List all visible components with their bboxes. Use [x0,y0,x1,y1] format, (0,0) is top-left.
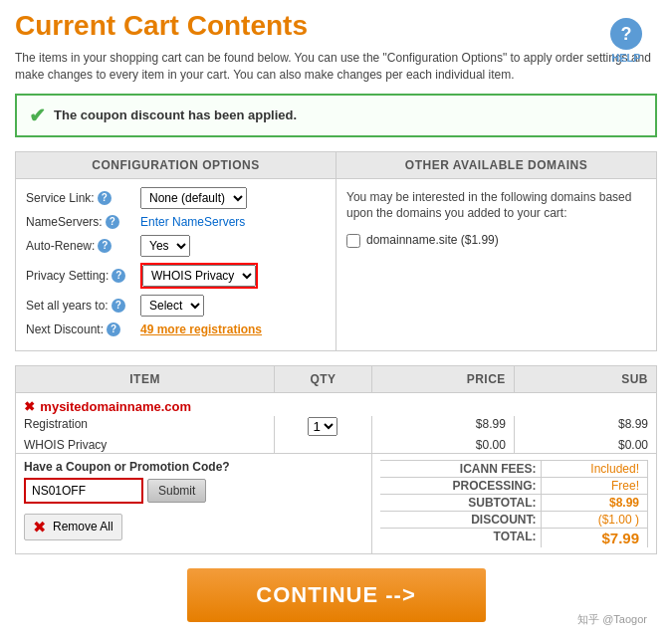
coupon-input-section: Have a Coupon or Promotion Code? Submit [24,460,363,504]
coupon-cell: Have a Coupon or Promotion Code? Submit … [16,453,372,553]
fee-label-subtotal: SUBTOTAL: [380,494,541,511]
page-title: Current Cart Contents [15,10,308,42]
next-discount-help-icon[interactable]: ? [107,322,120,336]
coupon-code-input[interactable] [24,478,143,504]
col-sub: SUB [514,365,656,392]
service-link-value[interactable]: None (default) [140,187,326,209]
fee-val-total: $7.99 [541,528,648,547]
privacy-setting-label: Privacy Setting: ? [26,269,140,283]
remove-all-icon: ✖ [33,518,46,536]
continue-button[interactable]: CONTINUE --> [187,568,486,622]
domain-option-label: domainname.site ($1.99) [366,232,499,249]
fee-label-processing: PROCESSING: [380,477,541,494]
whois-sub: $0.00 [514,437,656,454]
intro-text: The items in your shopping cart can be f… [15,50,657,84]
col-price: PRICE [371,365,514,392]
set-years-select[interactable]: Select 1 2 3 [140,295,204,317]
fee-row-discount: DISCOUNT: ($1.00 ) [380,511,648,528]
service-link-label: Service Link: ? [26,191,140,205]
set-years-row: Set all years to: ? Select 1 2 3 [26,295,326,317]
remove-all-label: Remove All [53,520,113,534]
privacy-setting-value[interactable]: WHOIS Privacy None [140,263,326,289]
service-link-select[interactable]: None (default) [140,187,247,209]
set-years-help-icon[interactable]: ? [112,299,125,313]
fee-row-total: TOTAL: $7.99 [380,528,648,547]
service-link-help-icon[interactable]: ? [98,191,112,205]
fees-table: ICANN FEES: Included! PROCESSING: Free! … [380,460,648,547]
auto-renew-help-icon[interactable]: ? [98,239,112,253]
fee-row-subtotal: SUBTOTAL: $8.99 [380,494,648,511]
check-icon: ✔ [29,104,46,127]
fee-label-icann: ICANN FEES: [380,460,541,477]
nameservers-value: Enter NameServers [140,215,326,229]
privacy-setting-row: Privacy Setting: ? WHOIS Privacy None [26,263,326,289]
privacy-setting-select[interactable]: WHOIS Privacy None [142,265,256,287]
enter-nameservers-link[interactable]: Enter NameServers [140,215,245,229]
whois-row: WHOIS Privacy $0.00 $0.00 [16,437,657,454]
fee-val-discount: ($1.00 ) [541,511,648,528]
other-domains-header: OTHER AVAILABLE DOMAINS [336,152,656,179]
domain-cell: ✖ mysitedomainname.com [16,392,657,416]
auto-renew-label: Auto-Renew: ? [26,239,140,253]
privacy-setting-help-icon[interactable]: ? [112,269,125,283]
next-discount-label: Next Discount: ? [26,322,140,336]
coupon-banner-text: The coupon discount has been applied. [54,107,297,122]
nameservers-row: NameServers: ? Enter NameServers [26,215,326,229]
next-discount-link[interactable]: 49 more registrations [140,322,262,336]
help-icon[interactable]: ? [610,18,642,50]
whois-price: $0.00 [371,437,514,454]
other-domains-content: You may be interested in the following d… [336,179,656,259]
nameservers-help-icon[interactable]: ? [106,215,119,229]
coupon-question: Have a Coupon or Promotion Code? [24,460,363,474]
next-discount-value: 49 more registrations [140,322,326,336]
watermark: 知乎 @Taogor [577,612,647,627]
other-domains-panel: OTHER AVAILABLE DOMAINS You may be inter… [336,152,656,350]
continue-btn-wrapper: CONTINUE --> [15,568,657,622]
fees-cell: ICANN FEES: Included! PROCESSING: Free! … [371,453,656,553]
domain-checkbox[interactable] [346,234,360,248]
domain-option-row: domainname.site ($1.99) [346,232,646,249]
coupon-banner: ✔ The coupon discount has been applied. [15,94,657,137]
help-button[interactable]: ? HELP [610,18,642,64]
auto-renew-value[interactable]: Yes No [140,235,326,257]
fee-label-total: TOTAL: [380,528,541,547]
reg-price: $8.99 [371,416,514,437]
auto-renew-select[interactable]: Yes No [140,235,190,257]
auto-renew-row: Auto-Renew: ? Yes No [26,235,326,257]
fee-val-icann: Included! [541,460,648,477]
fee-row-processing: PROCESSING: Free! [380,477,648,494]
other-domains-text: You may be interested in the following d… [346,189,646,223]
config-header: CONFIGURATION OPTIONS [16,152,336,179]
remove-all-button[interactable]: ✖ Remove All [24,514,122,540]
whois-item: WHOIS Privacy [16,437,275,454]
fee-row-icann: ICANN FEES: Included! [380,460,648,477]
config-domains-panel: CONFIGURATION OPTIONS Service Link: ? No… [15,151,657,351]
qty-select[interactable]: 1 2 3 [308,417,337,436]
remove-domain-icon[interactable]: ✖ [24,399,35,414]
fee-val-processing: Free! [541,477,648,494]
coupon-input-row: Submit [24,478,363,504]
cart-table: ITEM QTY PRICE SUB ✖ mysitedomainname.co… [15,365,657,554]
domain-row: ✖ mysitedomainname.com [16,392,657,416]
col-item: ITEM [16,365,275,392]
reg-item: Registration [16,416,275,437]
coupon-fees-row: Have a Coupon or Promotion Code? Submit … [16,453,657,553]
registration-row: Registration 1 2 3 $8.99 $8.99 [16,416,657,437]
whois-qty [275,437,372,454]
help-label: HELP [611,52,640,64]
set-years-label: Set all years to: ? [26,299,140,313]
nameservers-label: NameServers: ? [26,215,140,229]
configuration-options: CONFIGURATION OPTIONS Service Link: ? No… [16,152,336,350]
fee-label-discount: DISCOUNT: [380,511,541,528]
reg-qty[interactable]: 1 2 3 [275,416,372,437]
next-discount-row: Next Discount: ? 49 more registrations [26,322,326,336]
domain-name-link[interactable]: mysitedomainname.com [40,399,191,414]
fee-val-subtotal: $8.99 [541,494,648,511]
reg-sub: $8.99 [514,416,656,437]
set-years-value[interactable]: Select 1 2 3 [140,295,326,317]
coupon-submit-button[interactable]: Submit [147,479,206,503]
col-qty: QTY [275,365,372,392]
service-link-row: Service Link: ? None (default) [26,187,326,209]
